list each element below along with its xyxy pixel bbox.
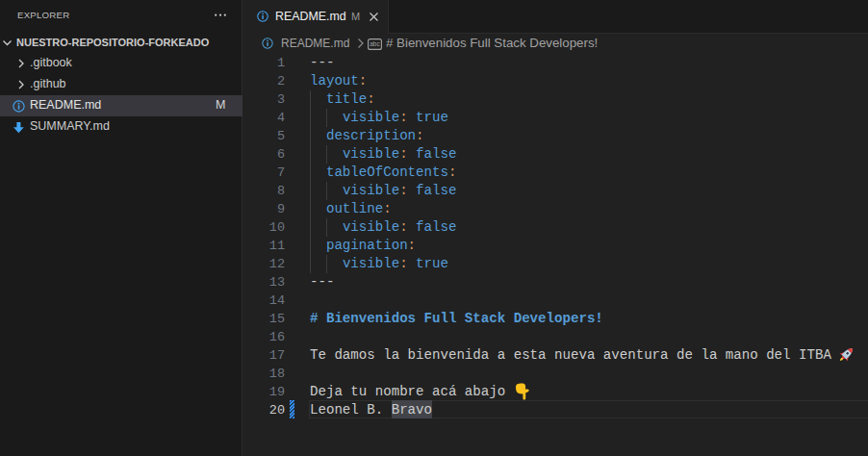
- svg-text:abc: abc: [370, 40, 380, 47]
